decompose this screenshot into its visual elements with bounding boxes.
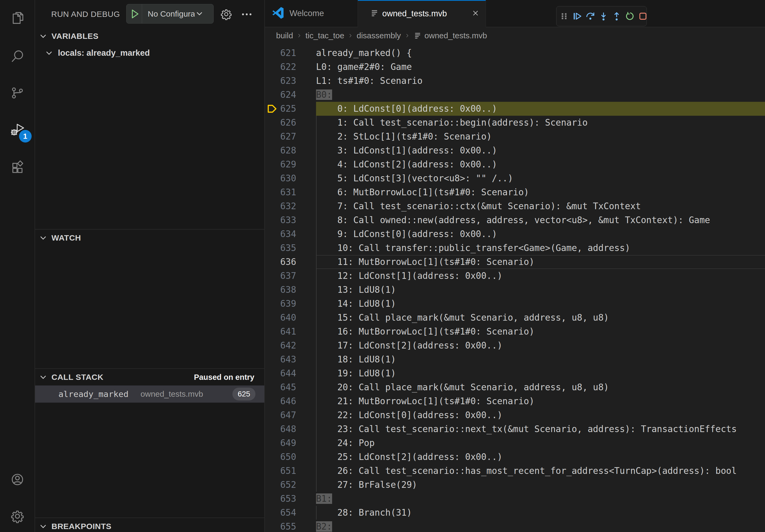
gutter[interactable]: 645 [265, 381, 316, 394]
code-line[interactable]: 650 25: LdConst[2](address: 0x00..) [265, 450, 765, 464]
line-content[interactable]: B2: [316, 520, 765, 532]
code-line[interactable]: 647 22: LdConst[0](address: 0x00..) [265, 408, 765, 422]
line-content[interactable]: 11: MutBorrowLoc[1](ts#1#0: Scenario) [316, 255, 765, 269]
code-line[interactable]: 626 1: Call test_scenario::begin(address… [265, 116, 765, 130]
line-content[interactable]: 21: MutBorrowLoc[1](ts#1#0: Scenario) [316, 394, 765, 408]
gutter[interactable]: 631 [265, 185, 316, 199]
breadcrumb-item[interactable]: disassembly [357, 31, 401, 40]
locals-scope-row[interactable]: locals: already_marked [35, 45, 264, 61]
gutter[interactable]: 637 [265, 269, 316, 283]
section-call-stack[interactable]: CALL STACK Paused on entry [35, 369, 264, 386]
close-icon[interactable] [471, 9, 480, 19]
gutter[interactable]: 632 [265, 199, 316, 213]
line-content[interactable]: 2: StLoc[1](ts#1#0: Scenario) [316, 130, 765, 143]
run-and-debug-icon[interactable]: 1 [10, 123, 25, 137]
code-line[interactable]: 638 13: LdU8(1) [265, 283, 765, 297]
code-line[interactable]: 636 11: MutBorrowLoc[1](ts#1#0: Scenario… [265, 255, 765, 269]
code-line[interactable]: 623L1: ts#1#0: Scenario [265, 74, 765, 88]
gutter[interactable]: 650 [265, 450, 316, 464]
line-content[interactable]: 17: LdConst[2](address: 0x00..) [316, 339, 765, 353]
gutter[interactable]: 649 [265, 436, 316, 450]
line-content[interactable]: 24: Pop [316, 436, 765, 450]
code-line[interactable]: 639 14: LdU8(1) [265, 297, 765, 311]
line-content[interactable]: 20: Call place_mark(&mut Scenario, addre… [316, 381, 765, 394]
gutter[interactable]: 634 [265, 227, 316, 241]
line-content[interactable]: 19: LdU8(1) [316, 367, 765, 381]
gutter[interactable]: 642 [265, 339, 316, 353]
code-line[interactable]: 635 10: Call transfer::public_transfer<G… [265, 241, 765, 255]
line-content[interactable]: 5: LdConst[3](vector<u8>: "" /..) [316, 171, 765, 185]
line-content[interactable]: 23: Call test_scenario::next_tx(&mut Sce… [316, 422, 765, 436]
drag-grip-icon[interactable] [559, 11, 569, 21]
line-content[interactable]: L0: game#2#0: Game [316, 60, 765, 74]
gutter[interactable]: 643 [265, 353, 316, 367]
code-line[interactable]: 640 15: Call place_mark(&mut Scenario, a… [265, 311, 765, 325]
config-label[interactable]: No Configura [142, 9, 195, 19]
gutter[interactable]: 638 [265, 283, 316, 297]
line-content[interactable]: 15: Call place_mark(&mut Scenario, addre… [316, 311, 765, 325]
line-content[interactable]: 25: LdConst[2](address: 0x00..) [316, 450, 765, 464]
breadcrumb-item[interactable]: tic_tac_toe [305, 31, 344, 40]
code-line[interactable]: 641 16: MutBorrowLoc[1](ts#1#0: Scenario… [265, 325, 765, 339]
code-line[interactable]: 642 17: LdConst[2](address: 0x00..) [265, 339, 765, 353]
line-content[interactable]: 10: Call transfer::public_transfer<Game>… [316, 241, 765, 255]
continue-icon[interactable] [572, 11, 582, 21]
extensions-icon[interactable] [10, 160, 25, 175]
line-content[interactable]: 9: LdConst[0](address: 0x00..) [316, 227, 765, 241]
gutter[interactable]: 630 [265, 171, 316, 185]
gutter[interactable]: 624 [265, 88, 316, 102]
gutter[interactable]: 646 [265, 394, 316, 408]
settings-gear-icon[interactable] [10, 509, 25, 523]
gutter[interactable]: 626 [265, 116, 316, 130]
line-content[interactable]: 18: LdU8(1) [316, 353, 765, 367]
stop-icon[interactable] [638, 11, 648, 21]
stack-frame-row[interactable]: already_marked owned_tests.mvb 625 [35, 386, 264, 402]
account-icon[interactable] [10, 472, 25, 487]
code-line[interactable]: 624B0: [265, 88, 765, 102]
gutter[interactable]: 621 [265, 46, 316, 60]
gutter[interactable]: 652 [265, 478, 316, 492]
breadcrumb-item[interactable]: build [276, 31, 293, 40]
debug-config-dropdown[interactable]: No Configura [126, 4, 214, 24]
line-content[interactable]: 28: Branch(31) [316, 506, 765, 520]
source-control-icon[interactable] [10, 86, 25, 100]
tab-welcome[interactable]: Welcome [265, 0, 358, 27]
gutter[interactable]: 635 [265, 241, 316, 255]
code-line[interactable]: 643 18: LdU8(1) [265, 353, 765, 367]
line-content[interactable]: 12: LdConst[1](address: 0x00..) [316, 269, 765, 283]
line-content[interactable]: L1: ts#1#0: Scenario [316, 74, 765, 88]
line-content[interactable]: 27: BrFalse(29) [316, 478, 765, 492]
gutter[interactable]: 628 [265, 143, 316, 157]
code-line[interactable]: 654 28: Branch(31) [265, 506, 765, 520]
line-content[interactable]: 16: MutBorrowLoc[1](ts#1#0: Scenario) [316, 325, 765, 339]
line-content[interactable]: 22: LdConst[0](address: 0x00..) [316, 408, 765, 422]
tab-owned-tests[interactable]: owned_tests.mvb [358, 0, 486, 27]
line-content[interactable]: B1: [316, 492, 765, 506]
code-line[interactable]: 648 23: Call test_scenario::next_tx(&mut… [265, 422, 765, 436]
gutter[interactable]: 648 [265, 422, 316, 436]
line-content[interactable]: 4: LdConst[2](address: 0x00..) [316, 157, 765, 171]
search-icon[interactable] [10, 49, 25, 64]
code-line[interactable]: 655B2: [265, 520, 765, 532]
gutter[interactable]: 644 [265, 367, 316, 381]
code-line[interactable]: 645 20: Call place_mark(&mut Scenario, a… [265, 381, 765, 394]
code-line[interactable]: 637 12: LdConst[1](address: 0x00..) [265, 269, 765, 283]
code-line[interactable]: 634 9: LdConst[0](address: 0x00..) [265, 227, 765, 241]
step-into-icon[interactable] [598, 11, 608, 21]
gutter[interactable]: 655 [265, 520, 316, 532]
code-line[interactable]: 622L0: game#2#0: Game [265, 60, 765, 74]
code-line[interactable]: 621already_marked() { [265, 46, 765, 60]
step-over-icon[interactable] [585, 11, 595, 21]
gutter[interactable]: 654 [265, 506, 316, 520]
gutter[interactable]: 623 [265, 74, 316, 88]
code-line[interactable]: 631 6: MutBorrowLoc[1](ts#1#0: Scenario) [265, 185, 765, 199]
gutter[interactable]: 625 [265, 102, 316, 116]
chevron-down-icon[interactable] [195, 9, 204, 19]
line-content[interactable]: 14: LdU8(1) [316, 297, 765, 311]
code-line[interactable]: 632 7: Call test_scenario::ctx(&mut Scen… [265, 199, 765, 213]
step-out-icon[interactable] [612, 11, 622, 21]
more-actions-icon[interactable] [241, 8, 253, 20]
line-content[interactable]: already_marked() { [316, 46, 765, 60]
line-content[interactable]: 7: Call test_scenario::ctx(&mut Scenario… [316, 199, 765, 213]
code-line[interactable]: 629 4: LdConst[2](address: 0x00..) [265, 157, 765, 171]
